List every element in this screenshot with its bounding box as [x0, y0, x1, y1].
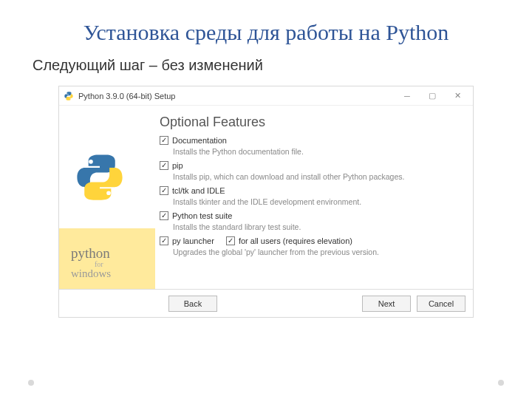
slide-subtitle: Следующий шаг – без изменений	[33, 57, 502, 74]
slide-title: Установка среды для работы на Python	[30, 13, 502, 51]
slide-dot-icon	[28, 380, 34, 386]
desc-tcltk: Installs tkinter and the IDLE developmen…	[173, 197, 463, 206]
checkbox-testsuite[interactable]	[160, 211, 168, 220]
desc-pylauncher: Upgrades the global 'py' launcher from t…	[173, 248, 463, 256]
desc-testsuite: Installs the standard library test suite…	[173, 222, 463, 231]
label-testsuite: Python test suite	[172, 211, 232, 220]
checkbox-tcltk[interactable]	[160, 186, 168, 195]
desc-pip: Installs pip, which can download and ins…	[173, 172, 463, 181]
brand-text: python for windows	[71, 246, 111, 280]
checkbox-allusers[interactable]	[226, 236, 235, 245]
label-pip: pip	[172, 161, 183, 170]
python-icon	[64, 91, 74, 101]
next-button[interactable]: Next	[362, 296, 411, 312]
label-pylauncher: py launcher	[172, 236, 214, 245]
content: Optional Features Documentation Installs…	[155, 106, 473, 289]
maximize-button[interactable]: ▢	[420, 88, 445, 104]
label-tcltk: tcl/tk and IDLE	[172, 186, 225, 195]
button-bar: Back Next Cancel	[59, 289, 473, 317]
checkbox-pip[interactable]	[160, 161, 168, 170]
section-heading: Optional Features	[160, 115, 463, 130]
close-button[interactable]: ✕	[445, 88, 470, 104]
python-logo-icon	[74, 151, 126, 203]
label-allusers: for all users (requires elevation)	[239, 236, 352, 245]
slide-dot-icon	[498, 380, 504, 386]
label-documentation: Documentation	[172, 136, 227, 145]
checkbox-documentation[interactable]	[160, 136, 168, 145]
desc-documentation: Installs the Python documentation file.	[173, 147, 463, 156]
sidebar: python for windows	[59, 106, 155, 289]
titlebar: Python 3.9.0 (64-bit) Setup ─ ▢ ✕	[59, 86, 473, 106]
window-title: Python 3.9.0 (64-bit) Setup	[78, 92, 395, 100]
checkbox-pylauncher[interactable]	[160, 236, 168, 245]
cancel-button[interactable]: Cancel	[417, 296, 466, 312]
installer-window: Python 3.9.0 (64-bit) Setup ─ ▢ ✕ python…	[58, 86, 474, 318]
minimize-button[interactable]: ─	[395, 88, 420, 104]
back-button[interactable]: Back	[168, 296, 217, 312]
